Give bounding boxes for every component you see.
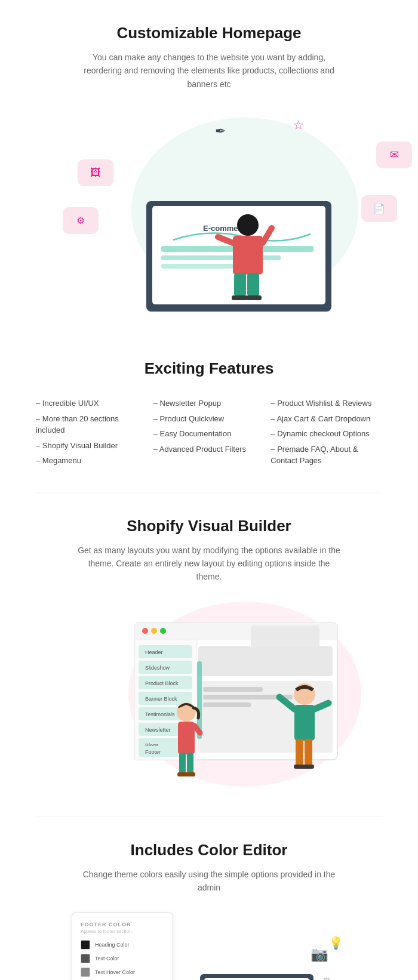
color-description: Change theme colors easily using the sim…: [75, 868, 343, 895]
features-column-1: – Incredible UI/UX – More than 20 sectio…: [36, 396, 147, 469]
color-swatch-hover[interactable]: [81, 967, 90, 977]
features-grid: – Incredible UI/UX – More than 20 sectio…: [36, 396, 382, 469]
svg-text:Newsletter: Newsletter: [145, 727, 171, 733]
builder-title: Shopify Visual Builder: [36, 517, 382, 535]
color-swatch-text[interactable]: [81, 954, 90, 963]
svg-rect-26: [246, 295, 262, 300]
color-row-hover: Text Hover Color: [81, 967, 164, 977]
svg-text:Slideshow: Slideshow: [145, 665, 170, 671]
svg-rect-70: [296, 739, 303, 766]
svg-text:⚙: ⚙: [76, 215, 85, 226]
feature-item: – Advanced Product Filters: [153, 442, 265, 457]
color-row-heading: Heading Color: [81, 940, 164, 950]
svg-point-33: [160, 628, 166, 634]
svg-rect-73: [303, 765, 314, 769]
feature-item: – Premade FAQ, About & Contact Pages: [271, 442, 382, 469]
feature-item: – Shopify Visual Builder: [36, 438, 147, 454]
color-editor-area: FOOTER COLOR Applies to footer section. …: [36, 913, 382, 980]
builder-section: Shopify Visual Builder Get as many layou…: [0, 493, 418, 816]
color-panel-subtitle: Applies to footer section.: [81, 929, 164, 934]
feature-item: – Product Quickview: [153, 411, 265, 427]
svg-text:💡: 💡: [328, 936, 343, 950]
builder-svg: Header Slideshow Product Block Banner Bl…: [36, 602, 418, 793]
svg-rect-75: [204, 978, 309, 980]
color-section: Includes Color Editor Change theme color…: [0, 817, 418, 980]
svg-text:Header: Header: [145, 649, 163, 655]
feature-item: – Dynamic checkout Options: [271, 426, 382, 442]
svg-text:📷: 📷: [311, 945, 328, 963]
homepage-svg: 🖼 ⚙ ✉ 📄 ☆ ✒ E-commerce: [36, 109, 418, 312]
svg-rect-24: [247, 273, 259, 297]
features-column-2: – Newsletter Popup – Product Quickview –…: [153, 396, 265, 469]
color-panel-title: FOOTER COLOR: [81, 922, 164, 927]
svg-text:✒: ✒: [215, 124, 226, 138]
svg-rect-62: [187, 753, 193, 773]
svg-text:Footer: Footer: [145, 749, 161, 755]
svg-text:📄: 📄: [373, 203, 385, 214]
svg-rect-61: [179, 753, 186, 773]
color-row-text: Text Color: [81, 954, 164, 963]
svg-rect-64: [185, 772, 195, 776]
svg-rect-56: [203, 702, 251, 707]
svg-text:✉: ✉: [390, 149, 399, 161]
feature-item: – Newsletter Popup: [153, 396, 265, 411]
color-label-hover: Text Hover Color: [95, 969, 135, 975]
features-column-3: – Product Wishlist & Reviews – Ajax Cart…: [271, 396, 382, 469]
builder-illustration: Header Slideshow Product Block Banner Bl…: [36, 602, 382, 793]
svg-text:⚙: ⚙: [321, 975, 332, 980]
color-panel: FOOTER COLOR Applies to footer section. …: [72, 913, 173, 980]
svg-text:☆: ☆: [293, 118, 305, 132]
svg-point-31: [142, 628, 148, 634]
svg-rect-57: [251, 625, 319, 670]
color-swatch-heading[interactable]: [81, 940, 90, 950]
homepage-section: Customizable Homepage You can make any c…: [0, 0, 418, 335]
svg-text:Testimonials: Testimonials: [145, 711, 175, 717]
features-title: Exciting Features: [36, 359, 382, 378]
color-title: Includes Color Editor: [36, 841, 382, 859]
homepage-title: Customizable Homepage: [36, 24, 382, 42]
feature-item: – Megamenu: [36, 453, 147, 469]
svg-rect-25: [232, 295, 247, 300]
svg-point-59: [177, 702, 196, 722]
builder-description: Get as many layouts you want by modifyin…: [75, 544, 343, 584]
homepage-description: You can make any changes to the website …: [84, 51, 334, 91]
color-right-illustration: 📷 💡 🎨 ⚙ ⚙: [191, 926, 346, 980]
svg-text:🖼: 🖼: [90, 167, 101, 178]
svg-rect-54: [203, 687, 263, 692]
features-section: Exciting Features – Incredible UI/UX – M…: [0, 335, 418, 492]
homepage-illustration: 🖼 ⚙ ✉ 📄 ☆ ✒ E-commerce: [36, 109, 382, 312]
color-label-heading: Heading Color: [95, 942, 130, 948]
svg-rect-20: [233, 236, 263, 275]
feature-item: – Incredible UI/UX: [36, 396, 147, 411]
color-illustration-svg: 📷 💡 🎨 ⚙ ⚙: [191, 926, 346, 980]
svg-text:Banner Block: Banner Block: [145, 696, 177, 702]
svg-point-19: [237, 214, 259, 236]
feature-item: – More than 20 sections included: [36, 411, 147, 438]
svg-rect-23: [234, 273, 246, 297]
svg-rect-71: [305, 739, 312, 766]
color-label-text: Text Color: [95, 956, 119, 961]
feature-item: – Product Wishlist & Reviews: [271, 396, 382, 411]
feature-item: – Easy Documentation: [153, 426, 265, 442]
svg-text:Product Block: Product Block: [145, 680, 179, 686]
feature-item: – Ajax Cart & Cart Dropdown: [271, 411, 382, 427]
svg-point-32: [151, 628, 157, 634]
